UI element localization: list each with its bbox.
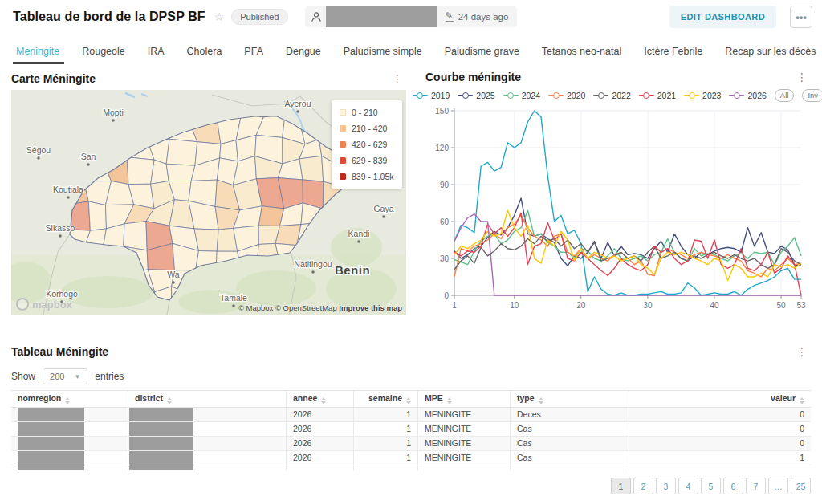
chart-legend-all-button[interactable]: All <box>775 89 795 102</box>
page-button-3[interactable]: 3 <box>656 478 676 494</box>
column-header-semaine[interactable]: semaine <box>353 391 417 407</box>
column-header-district[interactable]: district <box>128 391 286 407</box>
column-header-valeur[interactable]: valeur <box>629 391 811 407</box>
chart-legend-item-2021[interactable]: 2021 <box>639 91 676 100</box>
map-legend-item: 210 - 420 <box>340 124 394 133</box>
chart-kebab-menu-icon[interactable]: ⋮ <box>793 70 811 84</box>
more-menu-button[interactable]: ••• <box>790 6 812 28</box>
chart-legend-item-2025[interactable]: 2025 <box>458 91 494 100</box>
page-button-7[interactable]: 7 <box>746 478 766 494</box>
table-row[interactable]: 20261MENINGITECas0 <box>11 437 811 451</box>
series-line-2020 <box>454 215 801 277</box>
y-axis-tick-label: 0 <box>444 291 449 300</box>
column-header-annee[interactable]: annee <box>286 391 353 407</box>
cell-nomregion <box>11 422 128 436</box>
chart-legend-item-2020[interactable]: 2020 <box>548 91 585 100</box>
tab-pfa[interactable]: PFA <box>233 40 275 64</box>
y-axis-tick-label: 30 <box>440 254 450 263</box>
column-header-mpe[interactable]: MPE <box>417 391 510 407</box>
table-row[interactable]: 20261MENINGITECas1 <box>11 451 811 465</box>
page-button-4[interactable]: 4 <box>678 478 698 494</box>
sort-icon[interactable] <box>800 397 804 404</box>
page-button-…[interactable]: … <box>768 478 788 494</box>
column-header-type[interactable]: type <box>510 391 629 407</box>
map-city-label: Ayerou <box>284 99 311 108</box>
tab-paludisme-grave[interactable]: Paludisme grave <box>433 40 531 64</box>
tab-meningite[interactable]: Meningite <box>13 40 71 64</box>
cell-partial <box>629 465 811 470</box>
cell-partial <box>417 465 510 470</box>
sort-icon[interactable] <box>321 397 326 404</box>
mapbox-logo[interactable]: mapbox <box>16 298 72 311</box>
tab-paludisme-simple[interactable]: Paludisme simple <box>332 40 433 64</box>
cell-district <box>128 422 286 436</box>
series-line-2023 <box>454 210 801 280</box>
line-chart-svg[interactable]: 03060901201501102030405053 <box>425 104 811 316</box>
chart-legend-item-2019[interactable]: 2019 <box>413 91 450 100</box>
sort-up-arrow <box>539 397 543 400</box>
sort-icon[interactable] <box>447 397 452 404</box>
cell-district <box>128 437 286 450</box>
table-row[interactable]: 20261MENINGITEDeces0 <box>11 408 811 422</box>
cell-valeur: 1 <box>629 451 811 465</box>
tab-recap-sur-les-d-c-s[interactable]: Recap sur les décès <box>714 40 822 64</box>
page-title: Tableau de bord de la DPSP BF <box>13 10 206 24</box>
chart-legend-marker <box>593 92 608 100</box>
chart-legend-item-2022[interactable]: 2022 <box>593 91 630 100</box>
page-button-2[interactable]: 2 <box>633 478 653 494</box>
sort-icon[interactable] <box>406 397 411 404</box>
chart-legend-ring <box>553 92 560 99</box>
mapbox-logo-word: mapbox <box>32 299 72 311</box>
map-legend-item: 420 - 629 <box>340 140 394 149</box>
map-canvas[interactable]: MoptiSégouSanKoutialaSikassoKorhogoWaTam… <box>11 90 406 315</box>
map-city-dot <box>37 156 40 160</box>
map-legend-item: 839 - 1.05k <box>340 172 394 181</box>
sort-icon[interactable] <box>167 397 172 404</box>
page-button-6[interactable]: 6 <box>723 478 743 494</box>
cell-annee: 2026 <box>286 451 353 465</box>
edit-pencil-icon: ✎ <box>446 12 454 22</box>
column-header-nomregion[interactable]: nomregion <box>11 391 128 407</box>
chart-legend-item-2024[interactable]: 2024 <box>503 91 540 100</box>
tab-tetanos-neo-natal[interactable]: Tetanos neo-natal <box>531 40 633 64</box>
sort-down-arrow <box>539 401 543 404</box>
edit-dashboard-button[interactable]: EDIT DASHBOARD <box>669 6 776 28</box>
redacted-cell <box>129 408 193 421</box>
table-header-row: nomregiondistrictanneesemaineMPEtypevale… <box>11 391 811 408</box>
chart-legend-marker <box>503 92 519 100</box>
sort-up-arrow <box>167 397 172 400</box>
cell-partial <box>128 465 286 470</box>
page-size-select[interactable]: 200 ▼ <box>43 368 87 384</box>
cell-nomregion <box>11 408 128 421</box>
table-row[interactable]: 20261MENINGITECas0 <box>11 422 811 437</box>
tab-cholera[interactable]: Cholera <box>176 40 234 64</box>
favorite-star-icon[interactable]: ☆ <box>214 10 225 23</box>
map-kebab-menu-icon[interactable]: ⋮ <box>389 71 406 86</box>
chart-legend-marker <box>413 92 428 100</box>
sort-icon[interactable] <box>539 397 543 404</box>
map-legend-swatch <box>340 125 346 132</box>
tab-rougeole[interactable]: Rougeole <box>71 40 136 64</box>
map-city-dot <box>87 163 90 166</box>
chart-legend-inv-button[interactable]: Inv <box>802 89 822 102</box>
sort-up-arrow <box>447 397 452 400</box>
owner-name-redacted <box>326 6 437 27</box>
chart-legend-item-2023[interactable]: 2023 <box>684 91 721 100</box>
chart-legend-ring <box>462 92 469 99</box>
table-kebab-menu-icon[interactable]: ⋮ <box>793 344 811 359</box>
tab-dengue[interactable]: Dengue <box>275 40 332 64</box>
sort-down-arrow <box>167 401 172 404</box>
redacted-cell <box>129 422 193 436</box>
y-axis-tick-label: 120 <box>435 144 449 152</box>
tab-ict-re-febrile[interactable]: Ictère Febrile <box>633 40 714 64</box>
tab-ira[interactable]: IRA <box>136 40 176 64</box>
chart-legend-item-2026[interactable]: 2026 <box>729 91 766 100</box>
chart-legend-ring <box>734 92 740 99</box>
page-button-5[interactable]: 5 <box>701 478 721 494</box>
cell-type: Deces <box>510 408 629 421</box>
page-button-1[interactable]: 1 <box>611 478 631 494</box>
improve-map-link[interactable]: Improve this map <box>339 303 402 312</box>
page-button-25[interactable]: 25 <box>791 478 811 494</box>
sort-icon[interactable] <box>65 397 70 404</box>
map-city-dot <box>382 215 385 218</box>
